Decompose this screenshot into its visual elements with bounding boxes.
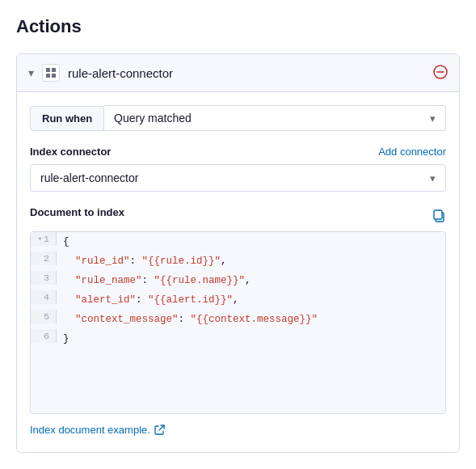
page-title: Actions xyxy=(16,16,460,37)
index-connector-label: Index connector xyxy=(30,146,111,158)
document-to-index-label: Document to index xyxy=(30,206,124,218)
line-number: 3 xyxy=(31,271,57,285)
code-content: "rule_name": "{{rule.name}}", xyxy=(57,271,258,290)
run-when-tab: Run when xyxy=(30,106,104,131)
run-when-value: Query matched xyxy=(114,112,192,125)
connector-dropdown-chevron-icon: ▾ xyxy=(430,172,436,184)
collapse-chevron-icon[interactable]: ▾ xyxy=(28,66,34,79)
connector-dropdown[interactable]: rule-alert-connector ▾ xyxy=(30,164,446,192)
run-when-chevron-icon: ▾ xyxy=(430,112,436,125)
svg-line-4 xyxy=(159,425,164,430)
connector-name-label: rule-alert-connector xyxy=(68,66,425,80)
line-number: 2 xyxy=(31,251,57,265)
index-connector-section-row: Index connector Add connector xyxy=(30,146,446,158)
action-card-header: ▾ rule-alert-connector xyxy=(17,54,459,91)
svg-rect-3 xyxy=(434,210,442,219)
code-content: "context_message": "{{context.message}}" xyxy=(57,310,324,329)
code-content: "alert_id": "{{alert.id}}", xyxy=(57,290,246,310)
code-line: 3 "rule_name": "{{rule.name}}", xyxy=(31,271,445,290)
index-example-link[interactable]: Index document example. xyxy=(30,424,446,436)
line-number: 4 xyxy=(31,290,57,304)
remove-action-button[interactable] xyxy=(433,65,448,82)
connector-dropdown-value: rule-alert-connector xyxy=(40,171,138,184)
action-card-body: Run when Query matched ▾ Index connector… xyxy=(17,91,459,452)
index-example-link-text: Index document example. xyxy=(30,424,150,436)
code-line: 4 "alert_id": "{{alert.id}}", xyxy=(31,290,445,310)
document-to-index-section-row: Document to index xyxy=(30,206,446,225)
line-number: 5 xyxy=(31,310,57,323)
fold-arrow-icon[interactable]: ▾ xyxy=(38,234,42,243)
code-line: 2 "rule_id": "{{rule.id}}", xyxy=(31,251,445,271)
add-connector-link[interactable]: Add connector xyxy=(378,146,446,158)
line-number: 6 xyxy=(31,329,57,343)
code-line: 5 "context_message": "{{context.message}… xyxy=(31,310,445,329)
code-line: 6 } xyxy=(31,329,445,349)
code-editor[interactable]: ▾ 1 { 2 "rule_id": "{{rule.id}}", 3 "rul… xyxy=(30,231,446,414)
code-line: ▾ 1 { xyxy=(31,232,445,251)
run-when-select[interactable]: Query matched ▾ xyxy=(104,105,446,131)
line-number: ▾ 1 xyxy=(31,232,57,246)
run-when-row: Run when Query matched ▾ xyxy=(30,105,446,131)
connector-type-icon xyxy=(42,64,60,82)
code-content: } xyxy=(57,329,76,349)
copy-document-button[interactable] xyxy=(432,209,446,223)
code-content: "rule_id": "{{rule.id}}", xyxy=(57,251,234,271)
external-link-icon xyxy=(154,425,165,435)
action-card: ▾ rule-alert-connector Run when Query ma… xyxy=(16,53,460,453)
code-content: { xyxy=(57,232,76,251)
